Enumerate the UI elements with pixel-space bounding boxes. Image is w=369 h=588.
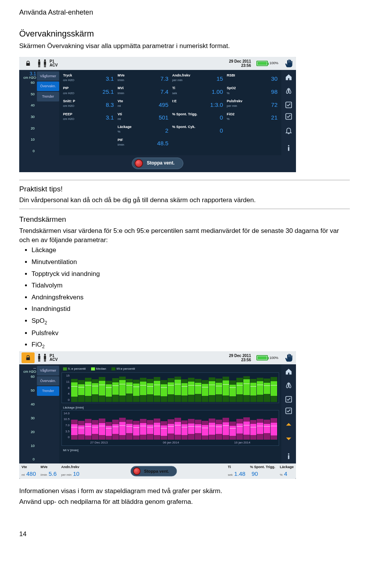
tab-waveforms[interactable]: Vågformer — [37, 71, 59, 81]
stop-vent-button-2[interactable]: Stoppa vent. — [130, 466, 177, 477]
checkbox-1-icon-2[interactable] — [284, 394, 294, 404]
datetime-display-2: 29 Dec 2011 23:56 — [229, 354, 251, 362]
tab-trends-2[interactable]: Trender — [37, 386, 59, 396]
svg-rect-14 — [38, 359, 39, 362]
battery-icon — [256, 61, 268, 66]
svg-rect-5 — [44, 61, 46, 65]
info-icon-2[interactable] — [284, 451, 294, 461]
svg-rect-17 — [44, 356, 46, 359]
stop-vent-button[interactable]: Stoppa vent. — [132, 158, 183, 169]
after-chart-p2: Använd upp- och nedpilarna för att blädd… — [19, 497, 350, 507]
svg-rect-1 — [38, 61, 40, 65]
right-icon-rail — [281, 70, 296, 155]
parameter-grid: Tryckcm H2O3.1MVel/min7.3Andn.frekvper m… — [59, 70, 281, 155]
parameter-cell: % Spont. Cyk.0 — [171, 123, 224, 135]
stop-indicator-icon — [135, 159, 143, 168]
list-item: Minutventilation — [32, 256, 350, 268]
parameter-cell — [225, 123, 279, 135]
list-item: SpO2 — [32, 315, 350, 327]
tab-trends[interactable]: Trender — [37, 92, 59, 101]
page-header: Använda Astral-enheten — [19, 8, 350, 17]
trend-heading: Trendskärmen — [19, 214, 350, 225]
parameter-cell: Pulsfrekvper min72 — [225, 97, 279, 110]
svg-rect-3 — [39, 65, 40, 67]
intro-paragraph: Skärmen Övervakning visar alla uppmätta … — [19, 42, 350, 51]
program-label: P1 ACV — [50, 60, 58, 67]
chart2-title: Läckage [l/min] — [62, 405, 279, 410]
parameter-cell: MVel/min7.3 — [116, 71, 170, 84]
battery-percent-2: 100% — [269, 355, 278, 360]
parameter-cell: PEEPcm H2O3.1 — [62, 110, 115, 123]
svg-point-4 — [44, 59, 46, 61]
device-topbar: P1 ACV 29 Dec 2011 23:56 100% — [19, 57, 296, 70]
unlock-icon[interactable] — [22, 352, 35, 363]
list-item: FiO2 — [32, 339, 350, 351]
svg-point-16 — [44, 354, 46, 356]
parameter-cell: Vteml495 — [116, 97, 170, 110]
lungs-icon-2[interactable] — [284, 380, 294, 390]
hand-icon[interactable] — [284, 59, 294, 68]
lungs-icon[interactable] — [284, 86, 294, 96]
svg-rect-23 — [288, 455, 289, 459]
readout-cell: Vteml480 — [19, 464, 38, 478]
svg-rect-19 — [45, 359, 46, 362]
after-chart-p1: Informationen visas i form av stapeldiag… — [19, 487, 350, 496]
device-topbar-2: P1 ACV 29 Dec 2011 23:56 100% — [19, 351, 296, 364]
home-icon-2[interactable] — [284, 367, 294, 377]
down-arrow-icon[interactable] — [284, 434, 294, 443]
checkbox-1-icon[interactable] — [284, 100, 294, 110]
list-item: Inandningstid — [32, 303, 350, 315]
tips-heading: Praktiskt tips! — [19, 184, 350, 194]
battery-icon-2 — [256, 355, 268, 360]
svg-rect-2 — [38, 65, 39, 67]
checkbox-2-icon[interactable] — [284, 111, 294, 121]
program-label-2: P1 ACV — [50, 354, 58, 362]
list-item: Läckage — [32, 244, 350, 256]
patient-icon — [37, 59, 47, 68]
view-tabs-2: Vågformer Övervakn. Trender — [37, 364, 59, 463]
home-icon[interactable] — [284, 72, 294, 82]
datetime-display: 29 Dec 2011 23:56 — [229, 59, 251, 68]
hand-icon-2[interactable] — [284, 353, 294, 362]
svg-rect-6 — [44, 65, 45, 67]
tab-monitor[interactable]: Övervakn. — [37, 81, 59, 91]
parameter-cell: I:E1:3.0 — [171, 97, 224, 110]
list-item: Pulsfrekv — [32, 327, 350, 339]
svg-rect-13 — [38, 356, 40, 359]
list-item: Andningsfrekvens — [32, 292, 350, 304]
readout-cell: MVel/min5.6 — [38, 464, 59, 478]
readout-cell: Andn.frekvper min10 — [59, 464, 81, 478]
trend-chart-bottom: 14.010.57.03.50 27 Dec 201306 jan 201416… — [62, 410, 279, 446]
parameter-cell: PIPcm H2O25.1 — [62, 84, 115, 96]
patient-icon-2 — [37, 354, 47, 362]
list-item: Tidalvolym — [32, 280, 350, 292]
parameter-cell — [62, 123, 115, 135]
parameter-cell: FiO2%21 — [225, 110, 279, 123]
bottom-readout-bar: Vteml480MVel/min5.6Andn.frekvper min10St… — [19, 463, 296, 479]
svg-rect-18 — [44, 359, 45, 362]
right-icon-rail-2 — [281, 364, 296, 463]
parameter-cell: RSBI30 — [225, 71, 279, 84]
pressure-yaxis: 3.1 cm H2O 6050403020100 — [19, 70, 37, 155]
section-heading-monitor: Övervakningsskärm — [19, 28, 350, 40]
trend-body: Trendskärmen visar värdena för 5:e och 9… — [19, 226, 350, 245]
trend-charts-panel: 5.:e percentil Median 95:e percentil 151… — [59, 364, 281, 463]
checkbox-2-icon-2[interactable] — [284, 406, 294, 416]
tab-waveforms-2[interactable]: Vågformer — [37, 366, 59, 375]
bell-icon[interactable] — [284, 125, 294, 135]
svg-point-12 — [38, 354, 40, 356]
info-icon[interactable] — [284, 143, 294, 153]
svg-point-10 — [288, 145, 289, 146]
pressure-yaxis-2: -- cm H2O 6050403020100 — [19, 364, 37, 463]
lock-icon[interactable] — [22, 58, 35, 69]
list-item: Topptryck vid inandning — [32, 268, 350, 280]
tab-monitor-2[interactable]: Övervakn. — [37, 376, 59, 386]
readout-cell: Läckage%4 — [278, 464, 296, 478]
up-arrow-icon[interactable] — [284, 420, 294, 430]
view-tabs: Vågformer Övervakn. Trender — [37, 70, 59, 155]
parameter-cell: PIFl/min48.5 — [116, 136, 170, 148]
parameter-cell: % Spont. Trigg.0 — [171, 110, 224, 123]
parameter-cell: Snitt: Pcm H2O8.3 — [62, 97, 115, 110]
svg-point-22 — [288, 453, 289, 455]
stop-indicator-icon-2 — [133, 467, 141, 475]
